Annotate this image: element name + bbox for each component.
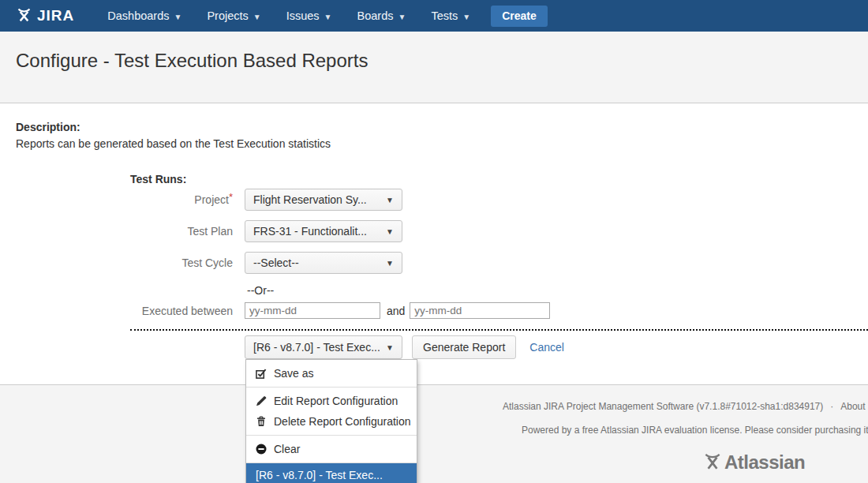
- project-label: Project*: [0, 193, 245, 206]
- generate-report-button[interactable]: Generate Report: [412, 335, 516, 359]
- chevron-down-icon: ▼: [386, 259, 394, 268]
- description-text: Reports can be generated based on the Te…: [16, 137, 331, 150]
- nav-item-boards[interactable]: Boards ▼: [345, 0, 419, 32]
- chevron-down-icon: ▼: [462, 13, 470, 21]
- atlassian-logo-icon: [702, 451, 723, 474]
- chevron-down-icon: ▼: [386, 227, 394, 236]
- page-title: Configure - Test Execution Based Reports: [16, 50, 368, 72]
- menu-item-clear[interactable]: Clear: [246, 439, 417, 459]
- menu-group: Clear: [246, 435, 417, 462]
- chevron-down-icon: ▼: [253, 13, 261, 21]
- report-config-dropdown[interactable]: [R6 - v8.7.0] - Test Exec... ▼: [245, 335, 402, 359]
- jira-configure-report-page: JIRA Dashboards ▼ Projects ▼ Issues ▼ Bo…: [0, 0, 868, 483]
- trash-icon: [256, 416, 267, 427]
- project-row: Project* Flight Reservation Sy... ▼: [0, 189, 402, 211]
- menu-item-save-as[interactable]: Save as: [246, 363, 417, 384]
- minus-circle-icon: [256, 444, 267, 455]
- nav-item-tests[interactable]: Tests ▼: [418, 0, 483, 32]
- nav-menu: Dashboards ▼ Projects ▼ Issues ▼ Boards …: [95, 0, 483, 32]
- checkbox-check-icon: [256, 368, 267, 379]
- chevron-down-icon: ▼: [174, 13, 181, 21]
- chevron-down-icon: ▼: [398, 13, 406, 21]
- page-header: Configure - Test Execution Based Reports: [0, 32, 868, 103]
- test-plan-label: Test Plan: [0, 225, 245, 238]
- dotted-divider: [130, 329, 868, 331]
- page-footer: Atlassian JIRA Project Management Softwa…: [0, 384, 868, 483]
- jira-logo-text: JIRA: [37, 7, 74, 24]
- jira-logo[interactable]: JIRA: [16, 6, 74, 26]
- atlassian-logo-text: Atlassian: [724, 451, 805, 474]
- chevron-down-icon: ▼: [386, 196, 394, 204]
- create-button[interactable]: Create: [491, 6, 548, 27]
- cancel-link[interactable]: Cancel: [529, 341, 564, 354]
- or-separator-text: --Or--: [247, 284, 274, 297]
- dot-separator: ·: [830, 401, 833, 412]
- test-cycle-row: Test Cycle --Select-- ▼: [0, 252, 402, 274]
- test-plan-row: Test Plan FRS-31 - Functionalit... ▼: [0, 220, 402, 242]
- description-label: Description:: [16, 121, 80, 133]
- action-row: [R6 - v8.7.0] - Test Exec... ▼ Generate …: [245, 335, 564, 359]
- about-link[interactable]: About: [840, 401, 865, 412]
- executed-between-row: Executed between and: [0, 302, 550, 319]
- footer-license-text: Powered by a free Atlassian JIRA evaluat…: [522, 425, 868, 436]
- atlassian-logo[interactable]: Atlassian: [702, 451, 805, 474]
- nav-item-projects[interactable]: Projects ▼: [194, 0, 273, 32]
- menu-item-edit-report-configuration[interactable]: Edit Report Configuration: [246, 391, 417, 411]
- test-cycle-label: Test Cycle: [0, 256, 245, 269]
- project-select[interactable]: Flight Reservation Sy... ▼: [245, 189, 402, 211]
- nav-item-issues[interactable]: Issues ▼: [274, 0, 345, 32]
- executed-between-label: Executed between: [0, 305, 245, 317]
- test-plan-select[interactable]: FRS-31 - Functionalit... ▼: [245, 220, 402, 242]
- test-runs-section-label: Test Runs:: [130, 173, 186, 185]
- pencil-icon: [256, 395, 267, 406]
- jira-logo-icon: [16, 6, 32, 26]
- executed-from-input[interactable]: [245, 302, 380, 319]
- menu-item-delete-report-configuration[interactable]: Delete Report Configuration: [246, 411, 417, 432]
- chevron-down-icon: ▼: [324, 13, 332, 21]
- top-navbar: JIRA Dashboards ▼ Projects ▼ Issues ▼ Bo…: [0, 0, 868, 32]
- report-config-menu: Save as Edit Report Configuration Delete…: [245, 359, 417, 483]
- menu-group: Edit Report Configuration Delete Report …: [246, 387, 417, 435]
- menu-group: Save as: [246, 360, 417, 387]
- menu-item-saved-report-r6[interactable]: [R6 - v8.7.0] - Test Exec...: [246, 463, 417, 483]
- menu-group: [R6 - v8.7.0] - Test Exec...: [246, 462, 417, 483]
- nav-item-dashboards[interactable]: Dashboards ▼: [95, 0, 194, 32]
- test-cycle-select[interactable]: --Select-- ▼: [245, 252, 402, 274]
- and-text: and: [387, 305, 405, 317]
- required-asterisk: *: [229, 191, 233, 203]
- executed-to-input[interactable]: [410, 302, 550, 319]
- footer-version-text: Atlassian JIRA Project Management Softwa…: [503, 401, 866, 412]
- chevron-down-icon: ▼: [386, 343, 394, 352]
